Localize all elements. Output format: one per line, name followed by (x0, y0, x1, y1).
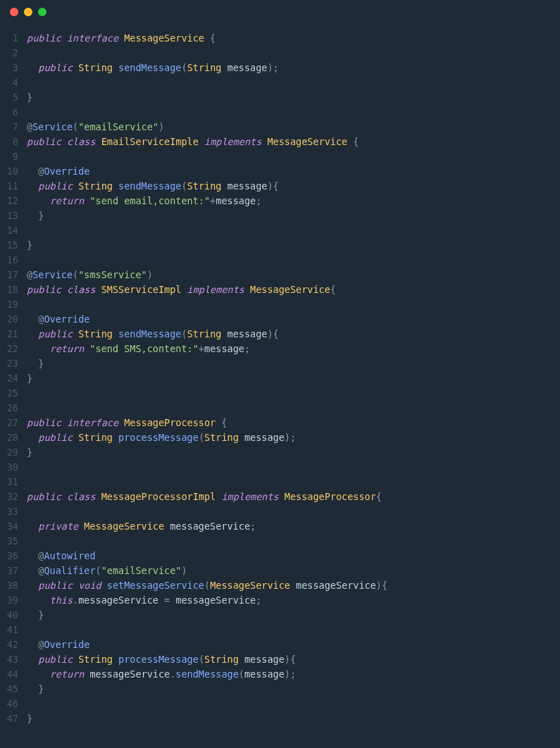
code-line[interactable]: 14 (0, 223, 560, 238)
code-line[interactable]: 19 (0, 297, 560, 312)
code-line[interactable]: 24} (0, 371, 560, 386)
code-content: public void setMessageService(MessageSer… (27, 578, 387, 593)
code-line[interactable]: 2 (0, 46, 560, 61)
code-line[interactable]: 37 @Qualifier("emailService") (0, 563, 560, 578)
code-line[interactable]: 35 (0, 534, 560, 549)
code-line[interactable]: 15} (0, 238, 560, 253)
code-line[interactable]: 20 @Override (0, 312, 560, 327)
code-content: } (27, 90, 32, 105)
code-line[interactable]: 12 return "send email,content:"+message; (0, 194, 560, 208)
line-number: 45 (0, 682, 27, 697)
code-line[interactable]: 33 (0, 504, 560, 519)
code-line[interactable]: 27public interface MessageProcessor { (0, 416, 560, 430)
code-line[interactable]: 28 public String processMessage(String m… (0, 430, 560, 445)
code-line[interactable]: 43 public String processMessage(String m… (0, 652, 560, 667)
line-number: 47 (0, 711, 27, 726)
code-line[interactable]: 44 return messageService.sendMessage(mes… (0, 667, 560, 682)
line-number: 6 (0, 105, 27, 120)
code-line[interactable]: 13 } (0, 208, 560, 223)
code-content: public interface MessageService { (27, 31, 216, 46)
line-number: 15 (0, 238, 27, 253)
line-number: 40 (0, 608, 27, 623)
code-line[interactable]: 10 @Override (0, 164, 560, 179)
minimize-icon[interactable] (24, 8, 32, 16)
code-line[interactable]: 7@Service("emailService") (0, 120, 560, 135)
line-number: 19 (0, 297, 27, 312)
code-line[interactable]: 9 (0, 149, 560, 164)
line-number: 1 (0, 31, 27, 46)
line-number: 25 (0, 386, 27, 401)
line-number: 28 (0, 430, 27, 445)
code-content: public class MessageProcessorImpl implem… (27, 490, 382, 504)
code-line[interactable]: 39 this.messageService = messageService; (0, 593, 560, 608)
code-line[interactable]: 29} (0, 445, 560, 460)
code-content: } (27, 711, 32, 726)
code-content: @Service("smsService") (27, 268, 153, 282)
code-line[interactable]: 41 (0, 623, 560, 637)
code-line[interactable]: 38 public void setMessageService(Message… (0, 578, 560, 593)
code-editor-window: 1public interface MessageService {23 pub… (0, 0, 560, 748)
code-content: public String sendMessage(String message… (27, 179, 279, 194)
code-line[interactable]: 45 } (0, 682, 560, 697)
line-number: 26 (0, 401, 27, 416)
line-number: 22 (0, 342, 27, 356)
line-number: 44 (0, 667, 27, 682)
line-number: 42 (0, 637, 27, 652)
code-line[interactable]: 3 public String sendMessage(String messa… (0, 61, 560, 75)
code-line[interactable]: 34 private MessageService messageService… (0, 519, 560, 534)
line-number: 37 (0, 563, 27, 578)
code-line[interactable]: 21 public String sendMessage(String mess… (0, 327, 560, 342)
line-number: 23 (0, 356, 27, 371)
code-editor[interactable]: 1public interface MessageService {23 pub… (0, 24, 560, 740)
code-content: public String processMessage(String mess… (27, 652, 296, 667)
code-content: @Override (27, 637, 89, 652)
code-line[interactable]: 1public interface MessageService { (0, 31, 560, 46)
close-icon[interactable] (10, 8, 18, 16)
line-number: 39 (0, 593, 27, 608)
line-number: 31 (0, 475, 27, 490)
line-number: 20 (0, 312, 27, 327)
code-line[interactable]: 8public class EmailServiceImple implemen… (0, 135, 560, 149)
line-number: 36 (0, 549, 27, 563)
code-line[interactable]: 42 @Override (0, 637, 560, 652)
code-content: } (27, 238, 32, 253)
line-number: 38 (0, 578, 27, 593)
line-number: 16 (0, 253, 27, 268)
code-content: return "send SMS,content:"+message; (27, 342, 250, 356)
code-line[interactable]: 23 } (0, 356, 560, 371)
maximize-icon[interactable] (38, 8, 46, 16)
code-content: } (27, 356, 44, 371)
code-line[interactable]: 31 (0, 475, 560, 490)
code-line[interactable]: 5} (0, 90, 560, 105)
code-line[interactable]: 4 (0, 75, 560, 90)
code-content: @Autowired (27, 549, 96, 563)
code-line[interactable]: 32public class MessageProcessorImpl impl… (0, 490, 560, 504)
code-line[interactable]: 22 return "send SMS,content:"+message; (0, 342, 560, 356)
line-number: 29 (0, 445, 27, 460)
code-line[interactable]: 25 (0, 386, 560, 401)
code-line[interactable]: 26 (0, 401, 560, 416)
code-line[interactable]: 40 } (0, 608, 560, 623)
code-line[interactable]: 16 (0, 253, 560, 268)
code-line[interactable]: 46 (0, 697, 560, 711)
line-number: 3 (0, 61, 27, 75)
line-number: 13 (0, 208, 27, 223)
code-content: @Override (27, 312, 89, 327)
line-number: 12 (0, 194, 27, 208)
code-content: this.messageService = messageService; (27, 593, 261, 608)
line-number: 9 (0, 149, 27, 164)
code-content: public class SMSServiceImpl implements M… (27, 282, 336, 297)
code-line[interactable]: 18public class SMSServiceImpl implements… (0, 282, 560, 297)
line-number: 35 (0, 534, 27, 549)
line-number: 5 (0, 90, 27, 105)
code-line[interactable]: 6 (0, 105, 560, 120)
line-number: 10 (0, 164, 27, 179)
code-content: } (27, 445, 32, 460)
code-line[interactable]: 47} (0, 711, 560, 726)
code-content: public String processMessage(String mess… (27, 430, 296, 445)
code-line[interactable]: 17@Service("smsService") (0, 268, 560, 282)
code-line[interactable]: 36 @Autowired (0, 549, 560, 563)
code-line[interactable]: 30 (0, 460, 560, 475)
window-titlebar (0, 0, 560, 24)
code-line[interactable]: 11 public String sendMessage(String mess… (0, 179, 560, 194)
